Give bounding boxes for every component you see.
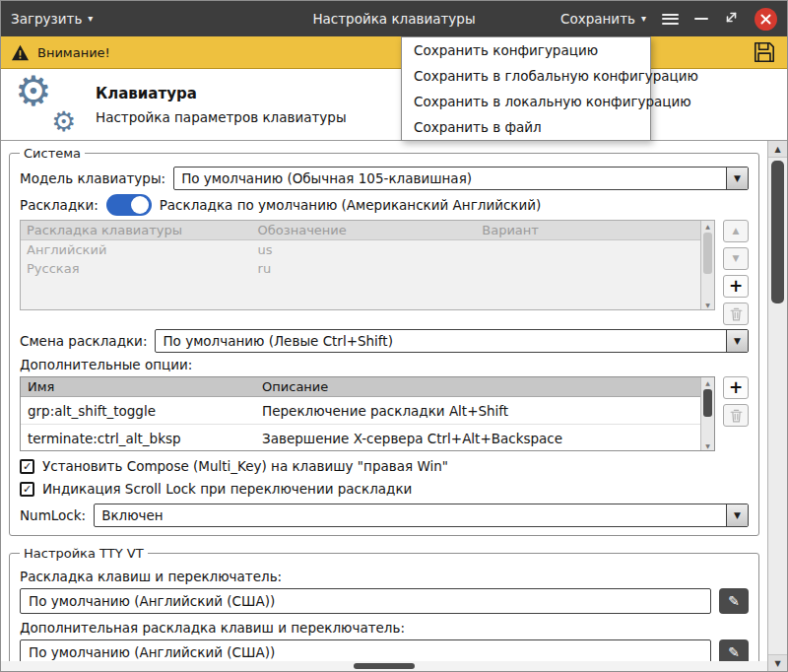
column-header: Описание	[255, 379, 700, 394]
layouts-table-scrollbar[interactable]: ▲ ▼	[700, 221, 714, 309]
save-dropdown-menu: Сохранить конфигурацию Сохранить в глоба…	[401, 36, 651, 141]
column-header: Раскладка клавиатуры	[21, 223, 252, 237]
scroll-down-icon: ▼	[705, 442, 710, 449]
caret-down-icon: ▾	[641, 14, 646, 24]
delete-option-button[interactable]	[723, 404, 749, 427]
delete-layout-button[interactable]	[723, 302, 749, 325]
gear-icon: ⚙	[51, 108, 76, 136]
edit-tty-layout-button[interactable]: ✎	[719, 588, 749, 614]
layouts-label: Раскладки:	[20, 197, 98, 213]
move-down-button[interactable]: ▼	[723, 247, 749, 270]
numlock-combo-button[interactable]: ▼	[726, 504, 748, 526]
column-header: Имя	[21, 379, 255, 394]
tty-alt-layout-label: Дополнительная раскладка клавиш и перекл…	[20, 620, 749, 636]
scroll-down-button[interactable]: ▼	[768, 654, 787, 671]
numlock-combobox[interactable]: Включен ▼	[94, 504, 749, 527]
save-button[interactable]: Сохранить ▾	[560, 11, 646, 27]
table-row[interactable]: Английский us	[21, 240, 700, 259]
cell-option-name: terminate:ctrl_alt_bksp	[21, 431, 255, 446]
vertical-scrollbar-thumb[interactable]	[771, 161, 784, 303]
cell-layout-code: ru	[252, 261, 477, 276]
system-legend: Система	[20, 146, 85, 161]
options-label: Дополнительные опции:	[20, 357, 749, 372]
load-button[interactable]: Загрузить ▾	[11, 11, 93, 27]
scroll-down-button[interactable]: ▼	[701, 300, 714, 309]
options-table[interactable]: Имя Описание grp:alt_shift_toggle Перекл…	[20, 376, 715, 451]
switch-combo-button[interactable]: ▼	[726, 330, 748, 352]
save-label: Сохранить	[560, 11, 635, 27]
add-option-button[interactable]: +	[723, 376, 749, 399]
add-icon: +	[729, 379, 743, 396]
page-title: Клавиатура	[96, 85, 347, 102]
keyboard-app-icon: ⚙ ⚙	[13, 75, 78, 134]
system-fieldset: Система Модель клавиатуры: По умолчанию …	[9, 146, 759, 536]
pencil-icon: ✎	[728, 593, 740, 609]
model-combo-button[interactable]: ▼	[726, 168, 748, 189]
scrollbar-thumb[interactable]	[703, 389, 712, 417]
model-combo-value: По умолчанию (Обычная 105-клавишная)	[174, 168, 726, 189]
tty-legend: Настройка TTY VT	[20, 546, 148, 561]
column-header: Вариант	[476, 223, 700, 237]
horizontal-scrollbar-thumb[interactable]	[354, 663, 415, 669]
cell-layout-name: Английский	[21, 242, 252, 257]
check-icon: ✓	[23, 483, 32, 496]
scrollbar-thumb[interactable]	[703, 233, 712, 274]
cell-option-description: Завершение X-сервера Ctrl+Alt+Backspace	[255, 431, 700, 446]
minimize-button[interactable]	[694, 18, 708, 20]
floppy-save-icon	[752, 39, 777, 65]
cell-option-name: grp:alt_shift_toggle	[21, 403, 255, 419]
scroll-up-button[interactable]: ▲	[701, 221, 714, 231]
titlebar: Настройка клавиатуры Загрузить ▾ Сохрани…	[1, 1, 787, 36]
layouts-toggle-description: Раскладка по умолчанию (Американский Анг…	[160, 197, 542, 213]
default-layout-toggle[interactable]	[106, 194, 152, 216]
check-icon: ✓	[23, 460, 32, 473]
tty-layout-field[interactable]	[20, 588, 711, 614]
horizontal-scrollbar[interactable]	[1, 661, 767, 671]
scroll-down-button[interactable]: ▼	[701, 440, 714, 450]
column-header: Обозначение	[252, 223, 477, 237]
edit-tty-alt-layout-button[interactable]: ✎	[719, 639, 749, 661]
down-icon: ▼	[733, 254, 740, 263]
close-icon	[760, 14, 771, 25]
layouts-table[interactable]: Раскладка клавиатуры Обозначение Вариант…	[20, 220, 715, 310]
minimize-icon	[694, 18, 708, 20]
expand-icon	[724, 10, 739, 25]
add-layout-button[interactable]: +	[723, 275, 749, 298]
menu-item-save-global-config[interactable]: Сохранить в глобальную конфигурацию	[402, 63, 650, 89]
tty-alt-layout-field[interactable]	[20, 639, 711, 661]
menu-button[interactable]	[662, 14, 679, 25]
options-table-header: Имя Описание	[21, 377, 700, 397]
scrolllock-checkbox[interactable]: ✓	[20, 482, 34, 497]
move-up-button[interactable]: ▲	[723, 220, 749, 242]
table-row[interactable]: grp:alt_shift_toggle Переключение раскла…	[21, 397, 700, 425]
table-row[interactable]: terminate:ctrl_alt_bksp Завершение X-сер…	[21, 425, 700, 451]
menu-item-save-config[interactable]: Сохранить конфигурацию	[402, 37, 650, 63]
maximize-button[interactable]	[724, 10, 739, 28]
options-table-scrollbar[interactable]: ▲ ▼	[700, 377, 714, 450]
scroll-up-button[interactable]: ▲	[701, 377, 714, 387]
table-row[interactable]: Русская ru	[21, 259, 700, 278]
warning-label: Внимание!	[37, 45, 110, 60]
compose-checkbox-label: Установить Compose (Multi_Key) на клавиш…	[42, 458, 448, 474]
close-button[interactable]	[755, 8, 777, 31]
model-combobox[interactable]: По умолчанию (Обычная 105-клавишная) ▼	[173, 167, 749, 190]
menu-item-save-local-config[interactable]: Сохранить в локальную конфигурацию	[402, 89, 650, 114]
numlock-label: NumLock:	[20, 507, 86, 523]
menu-item-save-to-file[interactable]: Сохранить в файл	[402, 114, 650, 140]
scroll-down-icon: ▼	[705, 302, 710, 308]
scroll-up-button[interactable]: ▲	[768, 141, 787, 158]
quick-save-button[interactable]	[752, 39, 777, 65]
scroll-up-icon: ▲	[705, 223, 710, 230]
cell-layout-code: us	[252, 242, 477, 257]
dropdown-arrow-icon: ▼	[734, 336, 741, 346]
dropdown-arrow-icon: ▼	[734, 173, 741, 183]
up-icon: ▲	[733, 227, 740, 235]
pencil-icon: ✎	[728, 644, 740, 660]
switch-label: Смена раскладки:	[20, 333, 147, 349]
scroll-up-icon: ▲	[705, 379, 710, 386]
switch-combobox[interactable]: По умолчанию (Левые Ctrl+Shift) ▼	[155, 329, 749, 353]
vertical-scrollbar[interactable]: ▲ ▼	[767, 141, 787, 671]
scroll-up-icon: ▲	[774, 145, 780, 154]
scroll-down-icon: ▼	[774, 659, 780, 668]
compose-checkbox[interactable]: ✓	[20, 459, 34, 474]
